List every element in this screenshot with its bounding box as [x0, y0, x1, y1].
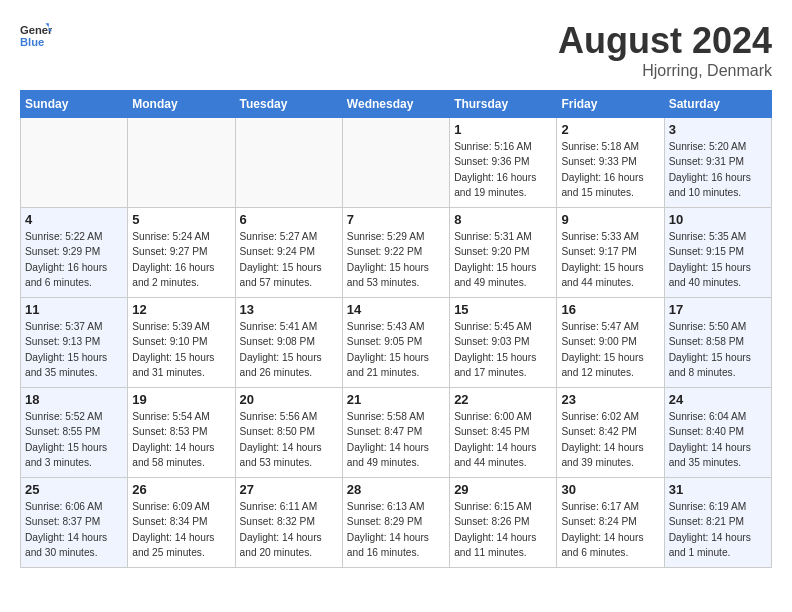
- calendar-cell: 8Sunrise: 5:31 AM Sunset: 9:20 PM Daylig…: [450, 208, 557, 298]
- day-info: Sunrise: 5:37 AM Sunset: 9:13 PM Dayligh…: [25, 319, 123, 380]
- calendar-cell: 10Sunrise: 5:35 AM Sunset: 9:15 PM Dayli…: [664, 208, 771, 298]
- day-number: 3: [669, 122, 767, 137]
- calendar-cell: 9Sunrise: 5:33 AM Sunset: 9:17 PM Daylig…: [557, 208, 664, 298]
- day-info: Sunrise: 6:17 AM Sunset: 8:24 PM Dayligh…: [561, 499, 659, 560]
- day-number: 4: [25, 212, 123, 227]
- day-info: Sunrise: 5:29 AM Sunset: 9:22 PM Dayligh…: [347, 229, 445, 290]
- day-number: 27: [240, 482, 338, 497]
- svg-text:General: General: [20, 24, 52, 36]
- calendar-cell: 24Sunrise: 6:04 AM Sunset: 8:40 PM Dayli…: [664, 388, 771, 478]
- calendar-body: 1Sunrise: 5:16 AM Sunset: 9:36 PM Daylig…: [21, 118, 772, 568]
- calendar-cell: 25Sunrise: 6:06 AM Sunset: 8:37 PM Dayli…: [21, 478, 128, 568]
- weekday-header: Friday: [557, 91, 664, 118]
- day-number: 26: [132, 482, 230, 497]
- calendar-cell: 15Sunrise: 5:45 AM Sunset: 9:03 PM Dayli…: [450, 298, 557, 388]
- calendar-cell: 17Sunrise: 5:50 AM Sunset: 8:58 PM Dayli…: [664, 298, 771, 388]
- day-number: 5: [132, 212, 230, 227]
- day-info: Sunrise: 6:02 AM Sunset: 8:42 PM Dayligh…: [561, 409, 659, 470]
- calendar-cell: [21, 118, 128, 208]
- calendar-cell: 19Sunrise: 5:54 AM Sunset: 8:53 PM Dayli…: [128, 388, 235, 478]
- day-info: Sunrise: 5:52 AM Sunset: 8:55 PM Dayligh…: [25, 409, 123, 470]
- day-info: Sunrise: 6:09 AM Sunset: 8:34 PM Dayligh…: [132, 499, 230, 560]
- day-info: Sunrise: 5:27 AM Sunset: 9:24 PM Dayligh…: [240, 229, 338, 290]
- day-number: 12: [132, 302, 230, 317]
- calendar-cell: 27Sunrise: 6:11 AM Sunset: 8:32 PM Dayli…: [235, 478, 342, 568]
- logo-icon: General Blue: [20, 20, 52, 52]
- day-number: 1: [454, 122, 552, 137]
- calendar-cell: 21Sunrise: 5:58 AM Sunset: 8:47 PM Dayli…: [342, 388, 449, 478]
- calendar-cell: 11Sunrise: 5:37 AM Sunset: 9:13 PM Dayli…: [21, 298, 128, 388]
- day-info: Sunrise: 5:39 AM Sunset: 9:10 PM Dayligh…: [132, 319, 230, 380]
- day-number: 30: [561, 482, 659, 497]
- day-info: Sunrise: 5:58 AM Sunset: 8:47 PM Dayligh…: [347, 409, 445, 470]
- logo: General Blue: [20, 20, 52, 52]
- calendar-cell: 14Sunrise: 5:43 AM Sunset: 9:05 PM Dayli…: [342, 298, 449, 388]
- day-info: Sunrise: 5:35 AM Sunset: 9:15 PM Dayligh…: [669, 229, 767, 290]
- calendar-cell: 29Sunrise: 6:15 AM Sunset: 8:26 PM Dayli…: [450, 478, 557, 568]
- day-number: 24: [669, 392, 767, 407]
- day-number: 20: [240, 392, 338, 407]
- day-number: 13: [240, 302, 338, 317]
- day-info: Sunrise: 6:04 AM Sunset: 8:40 PM Dayligh…: [669, 409, 767, 470]
- day-number: 9: [561, 212, 659, 227]
- day-number: 2: [561, 122, 659, 137]
- calendar-cell: 5Sunrise: 5:24 AM Sunset: 9:27 PM Daylig…: [128, 208, 235, 298]
- day-info: Sunrise: 6:06 AM Sunset: 8:37 PM Dayligh…: [25, 499, 123, 560]
- day-number: 17: [669, 302, 767, 317]
- calendar-table: SundayMondayTuesdayWednesdayThursdayFrid…: [20, 90, 772, 568]
- calendar-cell: 20Sunrise: 5:56 AM Sunset: 8:50 PM Dayli…: [235, 388, 342, 478]
- day-info: Sunrise: 5:41 AM Sunset: 9:08 PM Dayligh…: [240, 319, 338, 380]
- weekday-header: Thursday: [450, 91, 557, 118]
- day-number: 25: [25, 482, 123, 497]
- day-info: Sunrise: 5:22 AM Sunset: 9:29 PM Dayligh…: [25, 229, 123, 290]
- weekday-header: Monday: [128, 91, 235, 118]
- day-info: Sunrise: 5:56 AM Sunset: 8:50 PM Dayligh…: [240, 409, 338, 470]
- day-info: Sunrise: 6:15 AM Sunset: 8:26 PM Dayligh…: [454, 499, 552, 560]
- calendar-cell: 26Sunrise: 6:09 AM Sunset: 8:34 PM Dayli…: [128, 478, 235, 568]
- day-number: 31: [669, 482, 767, 497]
- calendar-cell: 12Sunrise: 5:39 AM Sunset: 9:10 PM Dayli…: [128, 298, 235, 388]
- calendar-cell: 18Sunrise: 5:52 AM Sunset: 8:55 PM Dayli…: [21, 388, 128, 478]
- day-info: Sunrise: 5:50 AM Sunset: 8:58 PM Dayligh…: [669, 319, 767, 380]
- weekday-header: Sunday: [21, 91, 128, 118]
- day-info: Sunrise: 5:43 AM Sunset: 9:05 PM Dayligh…: [347, 319, 445, 380]
- day-info: Sunrise: 5:47 AM Sunset: 9:00 PM Dayligh…: [561, 319, 659, 380]
- calendar-cell: [342, 118, 449, 208]
- day-number: 19: [132, 392, 230, 407]
- title-block: August 2024 Hjorring, Denmark: [558, 20, 772, 80]
- calendar-cell: 23Sunrise: 6:02 AM Sunset: 8:42 PM Dayli…: [557, 388, 664, 478]
- day-number: 28: [347, 482, 445, 497]
- day-number: 18: [25, 392, 123, 407]
- calendar-week-row: 11Sunrise: 5:37 AM Sunset: 9:13 PM Dayli…: [21, 298, 772, 388]
- calendar-week-row: 1Sunrise: 5:16 AM Sunset: 9:36 PM Daylig…: [21, 118, 772, 208]
- calendar-cell: 4Sunrise: 5:22 AM Sunset: 9:29 PM Daylig…: [21, 208, 128, 298]
- day-info: Sunrise: 5:45 AM Sunset: 9:03 PM Dayligh…: [454, 319, 552, 380]
- day-info: Sunrise: 6:13 AM Sunset: 8:29 PM Dayligh…: [347, 499, 445, 560]
- calendar-week-row: 25Sunrise: 6:06 AM Sunset: 8:37 PM Dayli…: [21, 478, 772, 568]
- calendar-cell: 6Sunrise: 5:27 AM Sunset: 9:24 PM Daylig…: [235, 208, 342, 298]
- day-number: 22: [454, 392, 552, 407]
- calendar-cell: [235, 118, 342, 208]
- day-number: 6: [240, 212, 338, 227]
- weekday-header-row: SundayMondayTuesdayWednesdayThursdayFrid…: [21, 91, 772, 118]
- day-info: Sunrise: 6:00 AM Sunset: 8:45 PM Dayligh…: [454, 409, 552, 470]
- day-info: Sunrise: 5:24 AM Sunset: 9:27 PM Dayligh…: [132, 229, 230, 290]
- day-number: 11: [25, 302, 123, 317]
- day-number: 14: [347, 302, 445, 317]
- day-info: Sunrise: 5:31 AM Sunset: 9:20 PM Dayligh…: [454, 229, 552, 290]
- weekday-header: Saturday: [664, 91, 771, 118]
- calendar-cell: 7Sunrise: 5:29 AM Sunset: 9:22 PM Daylig…: [342, 208, 449, 298]
- day-number: 10: [669, 212, 767, 227]
- calendar-cell: 31Sunrise: 6:19 AM Sunset: 8:21 PM Dayli…: [664, 478, 771, 568]
- day-info: Sunrise: 6:19 AM Sunset: 8:21 PM Dayligh…: [669, 499, 767, 560]
- day-number: 7: [347, 212, 445, 227]
- day-info: Sunrise: 6:11 AM Sunset: 8:32 PM Dayligh…: [240, 499, 338, 560]
- day-number: 23: [561, 392, 659, 407]
- calendar-cell: 28Sunrise: 6:13 AM Sunset: 8:29 PM Dayli…: [342, 478, 449, 568]
- day-info: Sunrise: 5:20 AM Sunset: 9:31 PM Dayligh…: [669, 139, 767, 200]
- calendar-cell: [128, 118, 235, 208]
- day-number: 29: [454, 482, 552, 497]
- calendar-cell: 22Sunrise: 6:00 AM Sunset: 8:45 PM Dayli…: [450, 388, 557, 478]
- calendar-cell: 3Sunrise: 5:20 AM Sunset: 9:31 PM Daylig…: [664, 118, 771, 208]
- day-number: 16: [561, 302, 659, 317]
